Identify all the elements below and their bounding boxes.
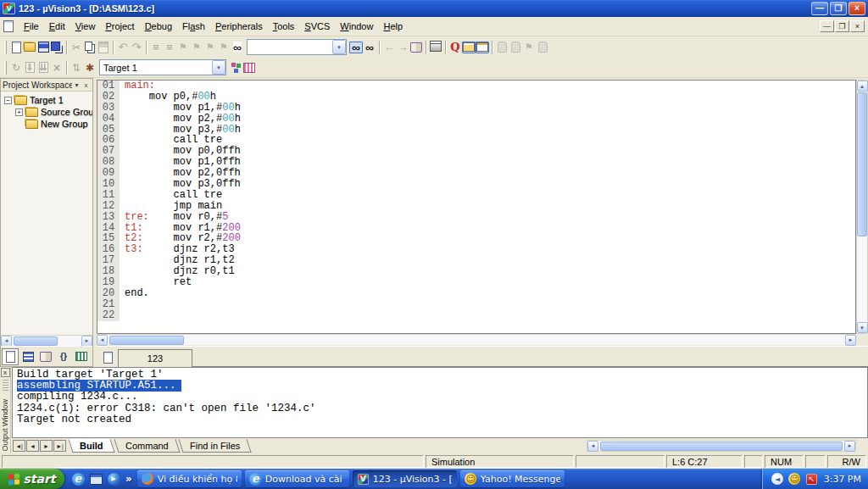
zoom-icon[interactable] [448, 42, 462, 53]
editor-vscrollbar[interactable]: ▲ ▼ [856, 80, 868, 334]
build-output-text[interactable]: Build target 'Target 1'assembling STARTU… [12, 367, 868, 438]
print-icon[interactable] [429, 42, 442, 53]
toolbar-grabber[interactable] [4, 41, 7, 54]
new-file-icon[interactable] [9, 42, 23, 53]
save-all-icon[interactable] [50, 42, 64, 53]
indent-icon[interactable] [149, 42, 163, 53]
menu-debug[interactable]: Debug [140, 19, 177, 34]
output-scroll-last-icon[interactable]: ►| [53, 440, 66, 452]
open-file-icon[interactable] [23, 42, 36, 53]
chevron-down-icon[interactable]: ▼ [332, 40, 346, 54]
undo-icon[interactable] [116, 42, 130, 53]
scroll-left-icon[interactable]: ◄ [1, 336, 12, 347]
expand-icon[interactable]: + [15, 108, 23, 116]
redo-icon[interactable] [130, 42, 143, 53]
templates-view-tab[interactable] [73, 348, 90, 365]
registers-view-tab[interactable] [19, 348, 36, 365]
tray-yahoo-messenger-icon[interactable]: ☺ [788, 473, 801, 486]
scroll-thumb[interactable] [109, 336, 184, 345]
help-book-icon[interactable] [409, 42, 423, 53]
menu-edit[interactable]: Edit [44, 19, 70, 34]
minimize-button[interactable]: — [811, 2, 828, 15]
find-icon[interactable] [349, 42, 363, 53]
flash-config-icon[interactable] [242, 62, 256, 74]
tree-item-source-group[interactable]: +Source Group [1, 106, 92, 118]
scroll-thumb[interactable] [857, 92, 867, 236]
build-target-icon[interactable] [23, 62, 36, 74]
output-scroll-next-icon[interactable]: ► [40, 440, 53, 452]
mdi-close-button[interactable]: × [850, 20, 865, 32]
code-editor[interactable]: 01main:02 mov p0,#00h03 mov p1,#00h04 mo… [97, 80, 856, 334]
show-desktop-icon[interactable] [89, 472, 103, 486]
scroll-right-icon[interactable]: ► [844, 441, 855, 452]
media-player-icon[interactable]: ▶ [107, 472, 120, 486]
editor-hscrollbar[interactable]: ◄ ► [97, 334, 856, 345]
mdi-minimize-button[interactable]: — [820, 20, 834, 32]
project-panel-hscrollbar[interactable]: ◄ ► [1, 335, 92, 346]
chevron-down-icon[interactable]: ▼ [212, 60, 225, 75]
output-window-toggle-icon[interactable] [476, 42, 489, 53]
output-hscrollbar[interactable]: ◄ ► [587, 440, 856, 452]
files-view-tab[interactable] [2, 348, 19, 365]
panel-menu-chevron-icon[interactable]: ▾ [72, 81, 81, 90]
ie-quick-launch-icon[interactable]: e [71, 472, 85, 486]
forward-arrow-icon[interactable] [396, 42, 409, 53]
output-drag-grip[interactable] [3, 380, 8, 392]
output-tab-find-in-files[interactable]: Find in Files [179, 439, 252, 453]
select-target-icon[interactable] [229, 62, 242, 74]
cut-icon[interactable] [70, 42, 83, 53]
scroll-left-icon[interactable]: ◄ [97, 335, 108, 346]
editor-tab-123[interactable]: 123 [118, 349, 192, 367]
toolbar-grabber[interactable] [4, 61, 7, 75]
scroll-left-icon[interactable]: ◄ [587, 441, 598, 452]
back-arrow-icon[interactable] [382, 42, 396, 53]
output-scroll-prev-icon[interactable]: ◄ [26, 440, 39, 452]
menu-file[interactable]: File [19, 19, 44, 34]
taskbar-button-yahoo-messenger[interactable]: ☺Yahoo! Messenger [460, 470, 565, 487]
output-tab-command[interactable]: Command [114, 439, 180, 453]
collapse-icon[interactable]: − [4, 97, 12, 104]
outdent-icon[interactable] [163, 42, 176, 53]
bookmark-next-icon[interactable] [203, 42, 217, 53]
scroll-right-icon[interactable]: ► [845, 335, 856, 346]
tree-item-target-1[interactable]: −Target 1 [1, 94, 92, 106]
scroll-thumb[interactable] [14, 336, 58, 346]
find-in-target-icon[interactable] [231, 42, 244, 53]
translate-icon[interactable] [9, 62, 23, 74]
find-next-icon[interactable] [363, 42, 376, 53]
project-window-toggle-icon[interactable] [462, 42, 476, 53]
menu-view[interactable]: View [70, 19, 101, 34]
bookmark-clear-icon[interactable] [217, 42, 231, 53]
quick-launch-overflow-chevron[interactable]: » [125, 473, 132, 485]
paste-icon[interactable] [97, 42, 110, 53]
breakpoint-disable-icon[interactable] [522, 42, 536, 53]
tree-item-new-group[interactable]: New Group [1, 118, 92, 130]
close-button[interactable]: × [849, 2, 865, 15]
output-close-icon[interactable]: x [1, 368, 10, 377]
document-icon[interactable] [3, 20, 14, 32]
target-select[interactable]: Target 1▼ [99, 59, 226, 75]
start-button[interactable]: start [0, 469, 64, 489]
tray-hide-icons-button[interactable]: ◄ [771, 473, 784, 486]
menu-peripherals[interactable]: Peripherals [210, 19, 268, 34]
output-scroll-first-icon[interactable]: ◄| [13, 440, 25, 452]
bookmark-prev-icon[interactable] [190, 42, 203, 53]
breakpoint-toggle-icon[interactable] [509, 42, 522, 53]
breakpoint-kill-icon[interactable] [536, 42, 549, 53]
menu-tools[interactable]: Tools [268, 19, 300, 34]
restore-button[interactable]: ❐ [830, 2, 847, 15]
output-tab-build[interactable]: Build [68, 439, 114, 453]
tray-red-app-icon[interactable]: ↖ [805, 473, 818, 486]
menu-flash[interactable]: Flash [177, 19, 210, 34]
scroll-down-icon[interactable]: ▼ [857, 322, 868, 333]
rebuild-all-icon[interactable] [36, 62, 50, 74]
copy-icon[interactable] [83, 42, 97, 53]
save-icon[interactable] [36, 42, 50, 53]
taskbar-button-firefox-8051[interactable]: Vi điều khiển họ 8051 ... [137, 470, 242, 487]
menu-help[interactable]: Help [378, 19, 408, 34]
mdi-restore-button[interactable]: ❐ [835, 20, 849, 32]
stop-build-icon[interactable] [50, 62, 64, 74]
scroll-right-icon[interactable]: ► [81, 336, 92, 347]
batch-build-icon[interactable] [70, 62, 83, 74]
panel-close-icon[interactable]: x [81, 81, 91, 90]
